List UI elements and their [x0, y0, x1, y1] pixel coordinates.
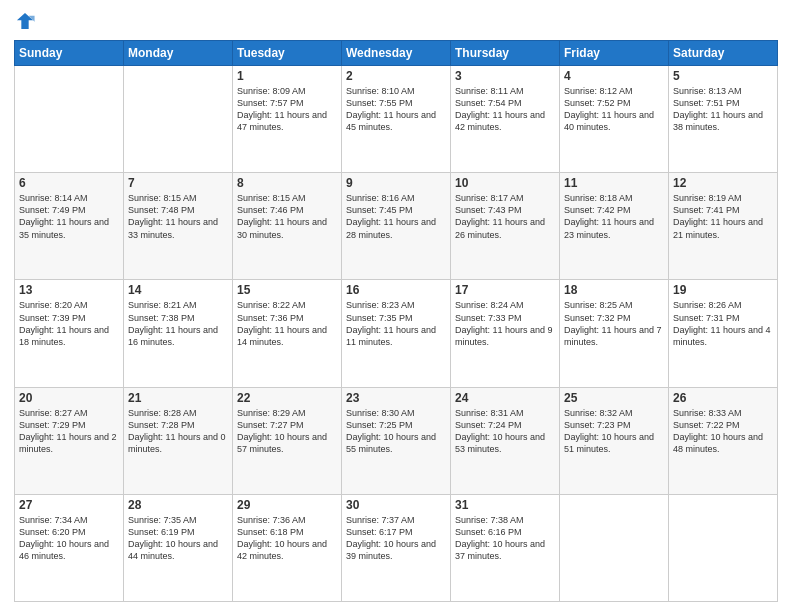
- day-number: 10: [455, 176, 555, 190]
- calendar-cell: 12Sunrise: 8:19 AM Sunset: 7:41 PM Dayli…: [669, 173, 778, 280]
- day-number: 5: [673, 69, 773, 83]
- calendar-cell: 3Sunrise: 8:11 AM Sunset: 7:54 PM Daylig…: [451, 66, 560, 173]
- header: [14, 10, 778, 32]
- page-container: SundayMondayTuesdayWednesdayThursdayFrid…: [0, 0, 792, 612]
- weekday-header-friday: Friday: [560, 41, 669, 66]
- calendar-cell: 17Sunrise: 8:24 AM Sunset: 7:33 PM Dayli…: [451, 280, 560, 387]
- calendar-cell: 23Sunrise: 8:30 AM Sunset: 7:25 PM Dayli…: [342, 387, 451, 494]
- calendar-cell: 14Sunrise: 8:21 AM Sunset: 7:38 PM Dayli…: [124, 280, 233, 387]
- day-info: Sunrise: 8:31 AM Sunset: 7:24 PM Dayligh…: [455, 407, 555, 456]
- calendar-cell: 18Sunrise: 8:25 AM Sunset: 7:32 PM Dayli…: [560, 280, 669, 387]
- day-number: 1: [237, 69, 337, 83]
- day-info: Sunrise: 8:21 AM Sunset: 7:38 PM Dayligh…: [128, 299, 228, 348]
- day-number: 21: [128, 391, 228, 405]
- day-info: Sunrise: 7:38 AM Sunset: 6:16 PM Dayligh…: [455, 514, 555, 563]
- weekday-header-monday: Monday: [124, 41, 233, 66]
- calendar-week-4: 20Sunrise: 8:27 AM Sunset: 7:29 PM Dayli…: [15, 387, 778, 494]
- calendar-cell: 26Sunrise: 8:33 AM Sunset: 7:22 PM Dayli…: [669, 387, 778, 494]
- day-info: Sunrise: 7:36 AM Sunset: 6:18 PM Dayligh…: [237, 514, 337, 563]
- calendar-cell: 21Sunrise: 8:28 AM Sunset: 7:28 PM Dayli…: [124, 387, 233, 494]
- day-info: Sunrise: 8:32 AM Sunset: 7:23 PM Dayligh…: [564, 407, 664, 456]
- logo-icon: [14, 10, 36, 32]
- day-number: 3: [455, 69, 555, 83]
- calendar-cell: 1Sunrise: 8:09 AM Sunset: 7:57 PM Daylig…: [233, 66, 342, 173]
- calendar-week-2: 6Sunrise: 8:14 AM Sunset: 7:49 PM Daylig…: [15, 173, 778, 280]
- calendar-week-1: 1Sunrise: 8:09 AM Sunset: 7:57 PM Daylig…: [15, 66, 778, 173]
- calendar-week-5: 27Sunrise: 7:34 AM Sunset: 6:20 PM Dayli…: [15, 494, 778, 601]
- calendar-cell: 6Sunrise: 8:14 AM Sunset: 7:49 PM Daylig…: [15, 173, 124, 280]
- day-number: 12: [673, 176, 773, 190]
- day-info: Sunrise: 8:10 AM Sunset: 7:55 PM Dayligh…: [346, 85, 446, 134]
- day-info: Sunrise: 7:34 AM Sunset: 6:20 PM Dayligh…: [19, 514, 119, 563]
- day-number: 29: [237, 498, 337, 512]
- day-info: Sunrise: 8:12 AM Sunset: 7:52 PM Dayligh…: [564, 85, 664, 134]
- day-number: 26: [673, 391, 773, 405]
- day-number: 18: [564, 283, 664, 297]
- day-info: Sunrise: 8:09 AM Sunset: 7:57 PM Dayligh…: [237, 85, 337, 134]
- calendar-cell: [560, 494, 669, 601]
- day-info: Sunrise: 8:27 AM Sunset: 7:29 PM Dayligh…: [19, 407, 119, 456]
- day-number: 17: [455, 283, 555, 297]
- calendar-cell: 28Sunrise: 7:35 AM Sunset: 6:19 PM Dayli…: [124, 494, 233, 601]
- day-number: 13: [19, 283, 119, 297]
- day-number: 22: [237, 391, 337, 405]
- day-number: 16: [346, 283, 446, 297]
- day-info: Sunrise: 7:37 AM Sunset: 6:17 PM Dayligh…: [346, 514, 446, 563]
- calendar-cell: 16Sunrise: 8:23 AM Sunset: 7:35 PM Dayli…: [342, 280, 451, 387]
- weekday-header-thursday: Thursday: [451, 41, 560, 66]
- day-number: 20: [19, 391, 119, 405]
- day-info: Sunrise: 8:19 AM Sunset: 7:41 PM Dayligh…: [673, 192, 773, 241]
- day-info: Sunrise: 8:24 AM Sunset: 7:33 PM Dayligh…: [455, 299, 555, 348]
- calendar-cell: 4Sunrise: 8:12 AM Sunset: 7:52 PM Daylig…: [560, 66, 669, 173]
- day-info: Sunrise: 8:25 AM Sunset: 7:32 PM Dayligh…: [564, 299, 664, 348]
- day-number: 7: [128, 176, 228, 190]
- day-number: 15: [237, 283, 337, 297]
- calendar-cell: 8Sunrise: 8:15 AM Sunset: 7:46 PM Daylig…: [233, 173, 342, 280]
- day-number: 11: [564, 176, 664, 190]
- day-info: Sunrise: 8:16 AM Sunset: 7:45 PM Dayligh…: [346, 192, 446, 241]
- day-info: Sunrise: 8:26 AM Sunset: 7:31 PM Dayligh…: [673, 299, 773, 348]
- day-info: Sunrise: 8:15 AM Sunset: 7:48 PM Dayligh…: [128, 192, 228, 241]
- svg-marker-0: [17, 13, 33, 29]
- day-info: Sunrise: 8:33 AM Sunset: 7:22 PM Dayligh…: [673, 407, 773, 456]
- day-number: 23: [346, 391, 446, 405]
- weekday-header-saturday: Saturday: [669, 41, 778, 66]
- day-info: Sunrise: 8:30 AM Sunset: 7:25 PM Dayligh…: [346, 407, 446, 456]
- calendar-cell: 30Sunrise: 7:37 AM Sunset: 6:17 PM Dayli…: [342, 494, 451, 601]
- calendar-cell: 20Sunrise: 8:27 AM Sunset: 7:29 PM Dayli…: [15, 387, 124, 494]
- day-number: 30: [346, 498, 446, 512]
- day-info: Sunrise: 8:18 AM Sunset: 7:42 PM Dayligh…: [564, 192, 664, 241]
- day-info: Sunrise: 8:17 AM Sunset: 7:43 PM Dayligh…: [455, 192, 555, 241]
- day-info: Sunrise: 8:28 AM Sunset: 7:28 PM Dayligh…: [128, 407, 228, 456]
- day-info: Sunrise: 7:35 AM Sunset: 6:19 PM Dayligh…: [128, 514, 228, 563]
- day-number: 14: [128, 283, 228, 297]
- calendar-cell: [669, 494, 778, 601]
- weekday-header-tuesday: Tuesday: [233, 41, 342, 66]
- calendar-cell: 29Sunrise: 7:36 AM Sunset: 6:18 PM Dayli…: [233, 494, 342, 601]
- calendar-cell: 9Sunrise: 8:16 AM Sunset: 7:45 PM Daylig…: [342, 173, 451, 280]
- day-number: 19: [673, 283, 773, 297]
- calendar-cell: 7Sunrise: 8:15 AM Sunset: 7:48 PM Daylig…: [124, 173, 233, 280]
- day-number: 2: [346, 69, 446, 83]
- calendar-cell: 24Sunrise: 8:31 AM Sunset: 7:24 PM Dayli…: [451, 387, 560, 494]
- calendar-cell: 10Sunrise: 8:17 AM Sunset: 7:43 PM Dayli…: [451, 173, 560, 280]
- day-number: 4: [564, 69, 664, 83]
- day-number: 28: [128, 498, 228, 512]
- day-info: Sunrise: 8:14 AM Sunset: 7:49 PM Dayligh…: [19, 192, 119, 241]
- day-number: 9: [346, 176, 446, 190]
- day-info: Sunrise: 8:15 AM Sunset: 7:46 PM Dayligh…: [237, 192, 337, 241]
- weekday-header-row: SundayMondayTuesdayWednesdayThursdayFrid…: [15, 41, 778, 66]
- calendar-cell: 15Sunrise: 8:22 AM Sunset: 7:36 PM Dayli…: [233, 280, 342, 387]
- day-number: 8: [237, 176, 337, 190]
- calendar-cell: 13Sunrise: 8:20 AM Sunset: 7:39 PM Dayli…: [15, 280, 124, 387]
- logo: [14, 10, 38, 32]
- calendar-cell: 19Sunrise: 8:26 AM Sunset: 7:31 PM Dayli…: [669, 280, 778, 387]
- day-info: Sunrise: 8:23 AM Sunset: 7:35 PM Dayligh…: [346, 299, 446, 348]
- calendar-table: SundayMondayTuesdayWednesdayThursdayFrid…: [14, 40, 778, 602]
- day-number: 24: [455, 391, 555, 405]
- day-info: Sunrise: 8:29 AM Sunset: 7:27 PM Dayligh…: [237, 407, 337, 456]
- day-info: Sunrise: 8:13 AM Sunset: 7:51 PM Dayligh…: [673, 85, 773, 134]
- calendar-cell: 27Sunrise: 7:34 AM Sunset: 6:20 PM Dayli…: [15, 494, 124, 601]
- calendar-cell: 31Sunrise: 7:38 AM Sunset: 6:16 PM Dayli…: [451, 494, 560, 601]
- day-number: 31: [455, 498, 555, 512]
